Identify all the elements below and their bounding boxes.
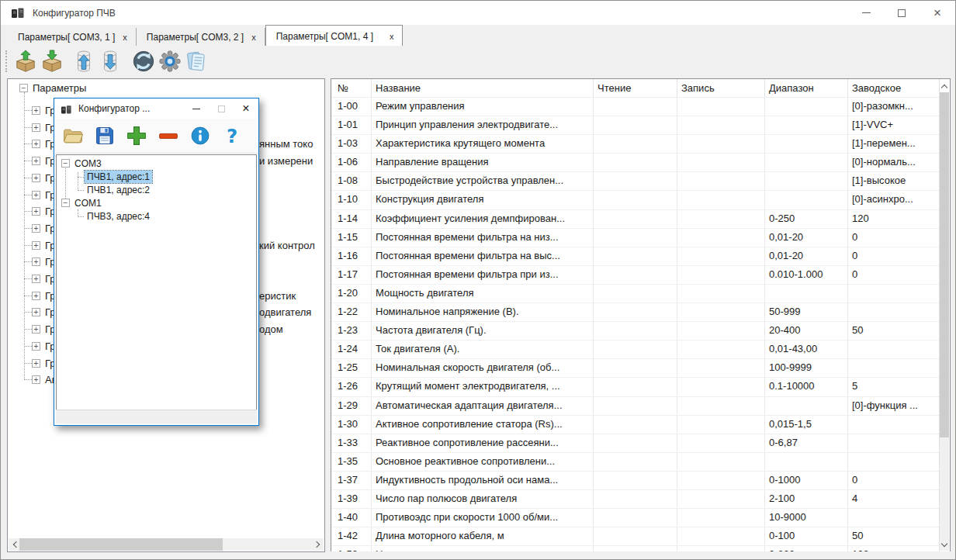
expander-plus-icon[interactable] (32, 258, 40, 266)
column-header-5[interactable]: Диапазон (765, 79, 848, 98)
table-row[interactable]: 1-10Конструкция двигателя[0]-асинхро... (331, 191, 950, 209)
cell (765, 116, 848, 134)
tree-root-item[interactable]: Параметры (31, 81, 88, 95)
table-row[interactable]: 1-40Противоэдс при скорости 1000 об/ми..… (331, 509, 950, 527)
open-folder-icon[interactable] (62, 125, 84, 147)
tab-close-icon[interactable]: x (123, 33, 127, 42)
scrollbar-thumb[interactable] (19, 538, 223, 551)
table-row[interactable]: 1-26Крутящий момент электродвигателя, ..… (331, 378, 950, 396)
scroll-up-arrow-icon[interactable] (940, 80, 949, 92)
tab-close-icon[interactable]: x (390, 32, 394, 41)
device-tree-item[interactable]: ПЧВ1, адрес:2 (85, 184, 152, 196)
table-row[interactable]: 1-17Постоянная времени фильтра при из...… (331, 266, 950, 285)
table-row[interactable]: 1-29Автоматическая адаптация двигателя..… (331, 397, 950, 416)
cell (765, 154, 848, 171)
expander-plus-icon[interactable] (32, 292, 40, 300)
scroll-right-arrow-icon[interactable] (311, 538, 324, 551)
close-button[interactable] (920, 1, 955, 25)
remove-device-icon[interactable] (158, 125, 179, 147)
expander-minus-icon[interactable] (61, 199, 70, 207)
device-tree-item[interactable]: COM1 (72, 197, 104, 209)
table-row[interactable]: 1-16Постоянная времени фильтра на выс...… (331, 247, 950, 266)
table-row[interactable]: 1-33Реактивное сопротивление рассеяни...… (331, 434, 950, 453)
device-tree-item[interactable]: COM3 (72, 157, 104, 170)
toolbar-grip-handle[interactable] (5, 50, 8, 72)
table-row[interactable]: 1-24Ток двигателя (А).0,01-43,00 (331, 340, 950, 359)
expander-plus-icon[interactable] (32, 207, 40, 216)
expander-plus-icon[interactable] (32, 325, 40, 334)
expander-plus-icon[interactable] (32, 375, 40, 384)
table-row[interactable]: 1-06Направление вращения[0]-нормаль... (331, 154, 950, 172)
info-icon[interactable] (189, 125, 211, 147)
add-device-icon[interactable] (126, 125, 147, 147)
expander-plus-icon[interactable] (32, 174, 40, 182)
expander-plus-icon[interactable] (32, 308, 40, 316)
tree-item-clipped-text[interactable]: и измерени (259, 155, 313, 167)
journal-icon[interactable] (184, 49, 209, 74)
database-download-icon[interactable] (98, 49, 123, 74)
dialog-close-button[interactable] (234, 99, 258, 119)
tree-item-clipped-text[interactable]: одом (259, 323, 283, 335)
table-row[interactable]: 1-22Номинальное напряжение (В).50-999 (331, 303, 950, 322)
parameters-table-panel: №НазваниеЧтениеЗаписьДиапазонЗаводское 1… (331, 78, 951, 552)
table-row[interactable]: 1-30Активное сопротивление статора (Rs).… (331, 416, 950, 434)
dialog-minimize-button[interactable] (184, 99, 209, 119)
table-row[interactable]: 1-23Частота двигателя (Гц).20-40050 (331, 322, 950, 340)
vertical-scrollbar[interactable] (939, 80, 949, 551)
table-row[interactable]: 1-25Номинальная скорость двигателя (об..… (331, 359, 950, 378)
box-arrow-down-icon[interactable] (40, 49, 64, 74)
expander-plus-icon[interactable] (32, 241, 40, 250)
column-header-6[interactable]: Заводское (848, 79, 940, 98)
horizontal-scrollbar[interactable] (9, 538, 324, 551)
refresh-icon[interactable] (131, 49, 156, 74)
scroll-down-arrow-icon[interactable] (940, 538, 949, 551)
table-row[interactable]: 1-20Мощность двигателя (331, 285, 950, 303)
maximize-button[interactable] (884, 1, 920, 25)
tree-item-clipped-text[interactable]: еристик (259, 290, 296, 302)
expander-plus-icon[interactable] (32, 275, 40, 283)
table-row[interactable]: 1-08Быстродействие устройства управлен..… (331, 172, 950, 191)
table-row[interactable]: 1-03Характеристика крутящего момента[1]-… (331, 135, 950, 154)
cell: 4 (848, 490, 940, 508)
expander-plus-icon[interactable] (32, 342, 40, 351)
save-icon[interactable] (94, 125, 116, 147)
expander-plus-icon[interactable] (32, 106, 40, 115)
tab-3[interactable]: Параметры[ COM1, 4 ]x (265, 25, 404, 46)
expander-plus-icon[interactable] (32, 157, 40, 165)
column-header-4[interactable]: Запись (677, 79, 765, 98)
minimize-button[interactable] (848, 1, 884, 25)
tab-close-icon[interactable]: x (251, 33, 256, 42)
box-arrow-up-icon[interactable] (13, 49, 38, 74)
tree-item-clipped-text[interactable]: янным токо (259, 138, 313, 150)
help-icon[interactable]: ? (221, 125, 243, 147)
table-row[interactable]: 1-00Режим управления[0]-разомкн... (331, 98, 950, 116)
device-tree-item[interactable]: ПЧВ3, адрес:4 (85, 210, 152, 223)
scrollbar-thumb[interactable] (940, 92, 949, 437)
tree-item-clipped-text[interactable]: одвигателя (259, 306, 311, 318)
expander-plus-icon[interactable] (32, 140, 40, 148)
table-row[interactable]: 1-35Основное реактивное сопротивлени... (331, 453, 950, 472)
expander-plus-icon[interactable] (32, 359, 40, 368)
settings-gear-icon[interactable] (158, 49, 182, 74)
device-tree-item[interactable]: ПЧВ1, адрес:1 (85, 171, 152, 183)
column-header-2[interactable]: Название (372, 79, 594, 98)
dialog-titlebar[interactable]: Конфигуратор ... (54, 99, 258, 119)
database-upload-icon[interactable] (71, 49, 96, 74)
table-row[interactable]: 1-14Коэффициент усиления демпфирован...0… (331, 210, 950, 229)
table-row[interactable]: 1-42Длина моторного кабеля, м0-10050 (331, 527, 950, 546)
table-row[interactable]: 1-37Индуктивность продольной оси нама...… (331, 472, 950, 490)
column-header-1[interactable]: № (331, 79, 372, 98)
table-row[interactable]: 1-39Число пар полюсов двигателя2-1004 (331, 490, 950, 509)
cell (594, 527, 677, 545)
expander-plus-icon[interactable] (32, 123, 40, 132)
expander-plus-icon[interactable] (32, 191, 40, 199)
tab-1[interactable]: Параметры[ COM3, 1 ]x (8, 28, 137, 46)
column-header-3[interactable]: Чтение (594, 79, 677, 98)
tree-item-clipped-text[interactable]: кий контрол (259, 240, 315, 251)
expander-minus-icon[interactable] (19, 84, 28, 92)
table-row[interactable]: 1-01Принцип управления электродвигате...… (331, 116, 950, 135)
expander-plus-icon[interactable] (32, 224, 40, 233)
expander-minus-icon[interactable] (61, 159, 70, 168)
table-row[interactable]: 1-15Постоянная времени фильтра на низ...… (331, 229, 950, 247)
tab-2[interactable]: Параметры[ COM3, 2 ]x (137, 28, 265, 46)
